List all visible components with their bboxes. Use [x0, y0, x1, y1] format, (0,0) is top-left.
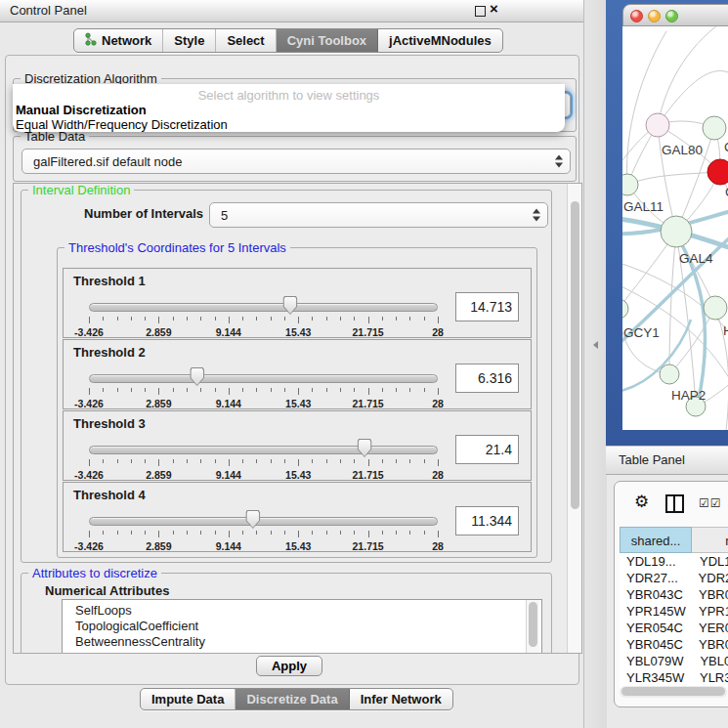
settings-scrollbar-thumb[interactable]: [571, 201, 579, 509]
tab-select[interactable]: Select: [216, 29, 276, 52]
threshold-value-box[interactable]: 14.713: [455, 292, 519, 321]
table-cell[interactable]: YBL079W: [620, 653, 691, 669]
table-cell[interactable]: YBL0: [691, 653, 728, 669]
gear-icon[interactable]: ⚙: [634, 493, 649, 510]
tab-cyni-toolbox[interactable]: Cyni Toolbox: [277, 29, 378, 52]
slider-tick-label: -3.426: [74, 398, 104, 409]
table-cell[interactable]: YLR3: [691, 669, 728, 686]
dropdown-option-manual[interactable]: Manual Discretization: [16, 103, 147, 117]
interval-definition-group-label: Interval Definition: [28, 183, 134, 197]
slider-tick: [382, 317, 383, 321]
table-row[interactable]: YDL19...YDL1: [620, 553, 728, 570]
table-cell[interactable]: YBR043C: [620, 586, 690, 603]
dropdown-option-equal-width[interactable]: Equal Width/Frequency Discretization: [16, 117, 228, 132]
column-header-shared-name[interactable]: shared...: [620, 527, 692, 553]
threshold-slider[interactable]: -3.4262.8599.14415.4321.71528: [89, 441, 438, 478]
settings-vertical-scrollbar[interactable]: [567, 184, 582, 653]
network-node[interactable]: [661, 216, 692, 247]
threshold-slider[interactable]: -3.4262.8599.14415.4321.71528: [89, 298, 438, 335]
slider-tick: [229, 388, 230, 395]
slider-thumb[interactable]: [245, 510, 260, 529]
table-cell[interactable]: YBR045C: [620, 636, 690, 653]
bottom-tabs: Impute Data Discretize Data Infer Networ…: [140, 688, 453, 710]
table-cell[interactable]: YBR0: [690, 636, 728, 653]
slider-tick: [340, 531, 341, 535]
table-cell[interactable]: YBR0: [690, 586, 728, 603]
slider-tick: [173, 317, 174, 321]
network-node[interactable]: [707, 159, 728, 185]
threshold-value-box[interactable]: 11.344: [455, 506, 519, 535]
network-node[interactable]: [704, 296, 727, 320]
slider-track[interactable]: [89, 446, 438, 454]
table-cell[interactable]: YLR345W: [620, 669, 691, 686]
attributes-group-label: Attributes to discretize: [28, 566, 161, 580]
tab-jactivemnodules[interactable]: jActiveMNodules: [378, 29, 502, 52]
list-item[interactable]: SelfLoops: [63, 603, 541, 619]
number-of-intervals-combobox[interactable]: 5: [209, 202, 548, 228]
table-data-combobox[interactable]: galFiltered.sif default node: [21, 149, 571, 174]
table-row[interactable]: YER054CYER0: [620, 620, 728, 636]
slider-tick: [117, 317, 118, 321]
network-node[interactable]: [660, 364, 679, 384]
table-cell[interactable]: YPR145W: [620, 603, 690, 620]
table-cell[interactable]: YDL19...: [620, 553, 691, 570]
table-cell[interactable]: YER054C: [620, 620, 690, 636]
select-columns-icon[interactable]: ☑☑: [699, 496, 722, 510]
network-node[interactable]: [622, 299, 628, 319]
panel-divider[interactable]: [583, 0, 607, 728]
list-item[interactable]: TopologicalCoefficient: [63, 619, 541, 634]
tab-style[interactable]: Style: [163, 29, 216, 52]
table-row[interactable]: YBR045CYBR0: [620, 636, 728, 653]
slider-tick: [424, 531, 425, 535]
slider-thumb[interactable]: [282, 296, 297, 315]
slider-track[interactable]: [89, 374, 438, 383]
threshold-value-box[interactable]: 21.4: [455, 435, 519, 464]
column-header-name[interactable]: na: [692, 527, 728, 553]
slider-tick: [284, 388, 285, 392]
float-panel-icon[interactable]: [475, 6, 486, 17]
tab-discretize-data[interactable]: Discretize Data: [236, 689, 349, 709]
slider-track[interactable]: [89, 303, 438, 312]
slider-thumb[interactable]: [190, 367, 204, 386]
threshold-slider[interactable]: -3.4262.8599.14415.4321.71528: [89, 369, 438, 407]
threshold-value-box[interactable]: 6.316: [455, 364, 519, 393]
network-canvas[interactable]: GAL80GACGAL11GAL4GCY1HHAP2: [622, 26, 728, 430]
threshold-slider[interactable]: -3.4262.8599.14415.4321.71528: [89, 512, 438, 549]
slider-tick: [396, 531, 397, 535]
dropdown-hint: Select algorithm to view settings: [13, 88, 565, 103]
numerical-attributes-list[interactable]: SelfLoopsTopologicalCoefficientBetweenne…: [62, 599, 542, 654]
close-window-icon[interactable]: [630, 10, 643, 22]
slider-tick-label: 15.43: [285, 326, 311, 338]
slider-tick: [354, 531, 355, 535]
network-node[interactable]: [646, 113, 669, 137]
tab-impute-data[interactable]: Impute Data: [141, 689, 236, 709]
apply-button[interactable]: Apply: [256, 656, 322, 676]
tab-network[interactable]: Network: [74, 29, 163, 52]
split-panel-icon[interactable]: [665, 494, 684, 513]
zoom-window-icon[interactable]: [665, 10, 678, 22]
list-item[interactable]: BetweennessCentrality: [63, 634, 541, 650]
network-node[interactable]: [622, 174, 638, 195]
network-node[interactable]: [703, 116, 726, 140]
slider-tick: [187, 459, 188, 463]
table-cell[interactable]: YDL1: [691, 553, 728, 570]
tab-infer-network[interactable]: Infer Network: [350, 689, 452, 709]
attributes-list-scrollbar[interactable]: [526, 600, 539, 654]
table-row[interactable]: YBR043CYBR0: [620, 586, 728, 603]
table-row[interactable]: YPR145WYPR1: [620, 603, 728, 620]
minimize-window-icon[interactable]: [648, 10, 661, 22]
slider-thumb[interactable]: [358, 439, 372, 457]
table-row[interactable]: YBL079WYBL0: [620, 653, 728, 669]
table-row[interactable]: YLR345WYLR3: [620, 669, 728, 686]
network-window-titlebar[interactable]: [622, 4, 728, 26]
table-cell[interactable]: YDR27...: [620, 570, 690, 586]
table-horizontal-scrollbar[interactable]: [620, 686, 727, 698]
table-row[interactable]: YDR27...YDR2: [620, 570, 728, 586]
slider-track[interactable]: [89, 517, 438, 526]
table-cell[interactable]: YDR2: [690, 570, 728, 586]
slider-tick-label: 15.43: [285, 398, 311, 409]
close-panel-icon[interactable]: ×: [490, 0, 498, 17]
table-cell[interactable]: YER0: [690, 620, 728, 636]
divider-collapse-icon[interactable]: [593, 341, 598, 349]
table-cell[interactable]: YPR1: [690, 603, 728, 620]
